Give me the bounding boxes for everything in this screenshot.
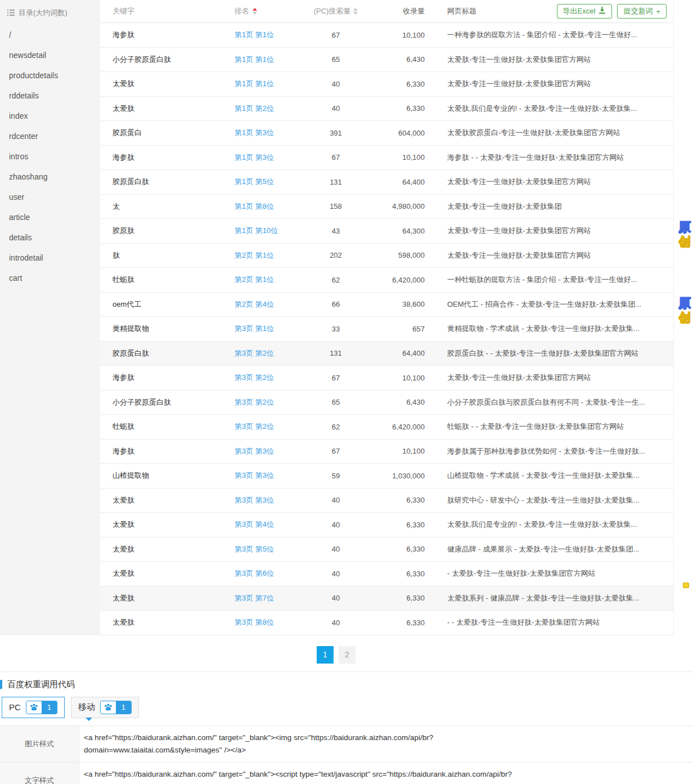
page-title-cell: OEM代工 - 招商合作 - 太爱肽-专注一生做好肽-太爱肽集团... — [425, 299, 673, 310]
rank-link[interactable]: 第3页 第8位 — [235, 617, 308, 628]
platform-tab[interactable]: PC 1 — [2, 697, 65, 718]
sidebar-item[interactable]: rddetails — [0, 86, 100, 106]
search-volume-cell: 40 — [332, 570, 340, 578]
search-volume-cell: 40 — [332, 521, 340, 529]
rank-link[interactable]: 第3页 第6位 — [235, 568, 308, 579]
table-row: 牡蛎肽 第3页 第2位 62 6,420,000 牡蛎肽 - - 太爱肽-专注一… — [100, 415, 673, 440]
submit-new-word-button[interactable]: 提交新词 + — [617, 4, 667, 19]
sidebar-item[interactable]: details — [0, 227, 100, 248]
index-count-cell: 6,330 — [406, 496, 425, 504]
panel-heading: 百度权重调用代码 — [0, 672, 693, 697]
rank-link[interactable]: 第3页 第3位 — [235, 471, 308, 481]
baidu-paw-icon — [101, 701, 116, 714]
baidu-rank-value: 1 — [42, 701, 57, 714]
keyword-cell: 太爱肽 — [100, 79, 235, 89]
index-count-cell: 64,400 — [402, 178, 425, 186]
search-volume-cell: 62 — [332, 276, 340, 284]
sidebar-item[interactable]: introdetail — [0, 248, 100, 268]
sidebar-item[interactable]: zhaoshang — [0, 167, 100, 187]
rank-link[interactable]: 第1页 第10位 — [235, 226, 308, 236]
search-sort-control[interactable] — [353, 8, 358, 15]
baidu-rank-value: 1 — [116, 701, 131, 714]
rank-link[interactable]: 第3页 第3位 — [235, 446, 308, 456]
page-title-cell: 太爱肽,我们是专业的! - 太爱肽-专注一生做好肽-太爱肽集... — [425, 519, 673, 530]
sidebar-item-label: article — [9, 213, 30, 222]
index-count-cell: 6,430 — [406, 55, 425, 64]
rank-link[interactable]: 第3页 第2位 — [235, 348, 308, 359]
page-title-cell: 太爱肽-专注一生做好肽-太爱肽集团官方网站 — [425, 177, 673, 187]
rank-link[interactable]: 第1页 第1位 — [235, 30, 308, 40]
sidebar-item[interactable]: intros — [0, 146, 100, 167]
index-count-cell: 6,330 — [406, 570, 425, 578]
keyword-cell: 太 — [100, 201, 235, 212]
table-row: 海参肽 第3页 第2位 67 10,100 太爱肽-专注一生做好肽-太爱肽集团官… — [100, 366, 673, 391]
code-snippet[interactable]: <a href="https://baidurank.aizhan.com/" … — [79, 763, 512, 784]
rank-link[interactable]: 第1页 第1位 — [235, 55, 308, 65]
plus-icon: + — [656, 7, 660, 16]
rank-link[interactable]: 第2页 第1位 — [235, 275, 308, 285]
code-line: domain=www.taiaitai.com&style=images" />… — [84, 744, 433, 756]
search-volume-cell: 131 — [330, 178, 342, 186]
index-count-cell: 6,420,000 — [392, 423, 425, 431]
rank-link[interactable]: 第1页 第3位 — [235, 128, 308, 138]
index-count-cell: 64,400 — [402, 349, 425, 357]
page-title-cell: 太爱肽胶原蛋白-专注一生做好肽-太爱肽集团官方网站 — [425, 128, 673, 138]
rank-link[interactable]: 第3页 第1位 — [235, 324, 308, 334]
code-style-label: 文字样式 — [0, 763, 79, 784]
page-title-cell: 太爱肽-专注一生做好肽-太爱肽集团官方网站 — [425, 79, 673, 89]
code-snippet[interactable]: <a href="https://baidurank.aizhan.com/" … — [79, 726, 433, 762]
search-volume-cell: 33 — [332, 325, 340, 333]
rank-link[interactable]: 第2页 第1位 — [235, 250, 308, 261]
sidebar-item[interactable]: productdetails — [0, 65, 100, 86]
keyword-cell: 太爱肽 — [100, 519, 235, 530]
rank-link[interactable]: 第1页 第5位 — [235, 177, 308, 187]
rank-sort-control[interactable] — [253, 8, 257, 15]
keyword-cell: 山楂提取物 — [100, 471, 235, 481]
page-button[interactable]: 2 — [339, 646, 356, 664]
column-header-index-count: 收录量 — [403, 6, 425, 16]
rank-link[interactable]: 第1页 第2位 — [235, 104, 308, 114]
rank-link[interactable]: 第1页 第1位 — [235, 79, 308, 89]
table-row: 胶原蛋白肽 第3页 第2位 131 64,400 胶原蛋白肽 - - 太爱肽-专… — [100, 342, 673, 366]
export-excel-button[interactable]: 导出Excel — [557, 4, 613, 19]
rank-link[interactable]: 第1页 第8位 — [235, 201, 308, 212]
index-count-cell: 4,980,000 — [392, 202, 425, 210]
sidebar-item[interactable]: user — [0, 187, 100, 207]
table-row: 黄精提取物 第3页 第1位 33 657 黄精提取物 - 学术成就 - 太爱肽-… — [100, 317, 673, 342]
page-button[interactable]: 1 — [317, 646, 334, 664]
search-volume-cell: 40 — [332, 80, 340, 88]
sidebar-item[interactable]: rdcenter — [0, 126, 100, 146]
sidebar-item-label: introdetail — [9, 253, 43, 262]
search-volume-cell: 40 — [332, 496, 340, 504]
page-title-cell: 山楂提取物 - 学术成就 - 太爱肽-专注一生做好肽-太爱肽集... — [425, 471, 673, 481]
rank-link[interactable]: 第3页 第2位 — [235, 422, 308, 432]
sidebar-item[interactable]: index — [0, 106, 100, 126]
rank-link[interactable]: 第3页 第2位 — [235, 373, 308, 383]
page-title-cell: 太爱肽-专注一生做好肽-太爱肽集团官方网站 — [425, 226, 673, 236]
index-count-cell: 657 — [412, 325, 425, 333]
rank-link[interactable]: 第3页 第2位 — [235, 397, 308, 407]
search-volume-cell: 67 — [332, 447, 340, 455]
platform-tab-label: PC — [9, 702, 21, 712]
keyword-cell: 太爱肽 — [100, 495, 235, 505]
keyword-cell: 太爱肽 — [100, 568, 235, 579]
rank-link[interactable]: 第3页 第5位 — [235, 544, 308, 554]
table-row: 太爱肽 第1页 第1位 40 6,330 太爱肽-专注一生做好肽-太爱肽集团官方… — [100, 72, 673, 97]
platform-tab[interactable]: 移动 1 — [71, 697, 139, 718]
list-icon — [7, 9, 15, 17]
download-icon — [598, 7, 606, 16]
keyword-cell: 海参肽 — [100, 446, 235, 456]
baidu-weight-panel: 百度权重调用代码 PC 1 移动 1 — [0, 671, 693, 784]
keyword-cell: 海参肽 — [100, 153, 235, 163]
search-volume-cell: 43 — [332, 227, 340, 235]
table-row: 海参肽 第1页 第1位 67 10,100 一种海参肽的提取方法 - 集团介绍 … — [100, 23, 673, 48]
sidebar-item[interactable]: newsdetail — [0, 45, 100, 65]
sidebar-item[interactable]: / — [0, 25, 100, 45]
rank-link[interactable]: 第1页 第3位 — [235, 153, 308, 163]
rank-link[interactable]: 第3页 第4位 — [235, 519, 308, 530]
rank-link[interactable]: 第2页 第4位 — [235, 299, 308, 310]
sidebar-item[interactable]: article — [0, 207, 100, 227]
sidebar-item[interactable]: cart — [0, 268, 100, 288]
rank-link[interactable]: 第3页 第3位 — [235, 495, 308, 505]
rank-link[interactable]: 第3页 第7位 — [235, 593, 308, 603]
